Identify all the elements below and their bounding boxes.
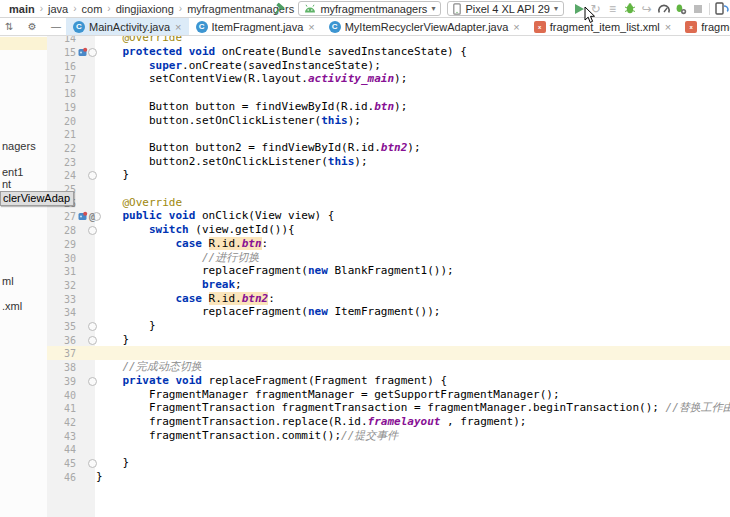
- line-number[interactable]: 16: [47, 61, 76, 72]
- line-number[interactable]: 31: [47, 266, 76, 277]
- code-line[interactable]: replaceFragment(new BlankFragment1());: [96, 264, 454, 278]
- override-method-icon[interactable]: [78, 211, 88, 221]
- line-number[interactable]: 46: [47, 472, 76, 483]
- code-line[interactable]: protected void onCreate(Bundle savedInst…: [96, 45, 467, 59]
- code-line[interactable]: fragmentTransaction.commit();//提交事件: [96, 429, 398, 443]
- line-number[interactable]: 27: [47, 211, 76, 222]
- code-line[interactable]: }: [96, 456, 129, 470]
- attach-debugger-icon[interactable]: ↪: [638, 1, 655, 17]
- code-line[interactable]: }: [96, 168, 129, 182]
- close-icon[interactable]: ×: [308, 21, 314, 33]
- code-line[interactable]: switch (view.getId()){: [96, 223, 295, 237]
- line-number[interactable]: 39: [47, 376, 76, 387]
- stop-icon[interactable]: [689, 1, 706, 17]
- line-number[interactable]: 33: [47, 294, 76, 305]
- profile-or-debug-apk-icon[interactable]: [672, 1, 689, 17]
- breadcrumb-item-dingjiaxiong[interactable]: dingjiaxiong: [116, 3, 174, 15]
- device-manager-icon[interactable]: [713, 1, 730, 17]
- line-number[interactable]: 36: [47, 335, 76, 346]
- code-editor[interactable]: 14 @Override15 protected void onCreate(B…: [47, 36, 730, 517]
- code-line[interactable]: @Override: [96, 196, 182, 210]
- tab-MainActivity.java[interactable]: CMainActivity.java×: [66, 18, 189, 35]
- line-number[interactable]: 45: [47, 458, 76, 469]
- code-line[interactable]: Button button = findViewById(R.id.btn);: [96, 100, 407, 114]
- tab-ItemFragment.java[interactable]: CItemFragment.java×: [189, 18, 322, 35]
- code-line[interactable]: replaceFragment(new ItemFragment());: [96, 305, 440, 319]
- line-number[interactable]: 32: [47, 280, 76, 291]
- line-number[interactable]: 21: [47, 129, 76, 140]
- tab-MyItemRecyclerViewAdapter.java[interactable]: CMyItemRecyclerViewAdapter.java×: [322, 18, 527, 35]
- breadcrumb-item-com[interactable]: com: [82, 3, 103, 15]
- hide-panel-icon[interactable]: —: [51, 21, 61, 32]
- code-line[interactable]: super.onCreate(savedInstanceState);: [96, 59, 381, 73]
- fold-marker-icon[interactable]: [88, 48, 97, 57]
- line-number[interactable]: 20: [47, 116, 76, 127]
- breadcrumb-item-main[interactable]: main: [9, 3, 35, 15]
- code-line[interactable]: fragmentTransaction.replace(R.id.framela…: [96, 415, 526, 429]
- close-icon[interactable]: ×: [665, 21, 671, 33]
- code-line[interactable]: FragmentManager fragmentManager = getSup…: [96, 388, 560, 402]
- annotation-icon[interactable]: @: [89, 211, 95, 222]
- override-method-icon[interactable]: [78, 47, 88, 57]
- line-number[interactable]: 22: [47, 143, 76, 154]
- code-line[interactable]: setContentView(R.layout.activity_main);: [96, 72, 407, 86]
- close-icon[interactable]: ×: [175, 21, 181, 33]
- code-line[interactable]: private void replaceFragment(Fragment fr…: [96, 374, 447, 388]
- line-number[interactable]: 24: [47, 170, 76, 181]
- sort-icon[interactable]: ⇅: [5, 21, 13, 32]
- line-number[interactable]: 29: [47, 239, 76, 250]
- project-tree-item[interactable]: nagers: [2, 140, 36, 152]
- fold-marker-icon[interactable]: [88, 322, 97, 331]
- line-number[interactable]: 44: [47, 444, 76, 455]
- fold-marker-icon[interactable]: [88, 377, 97, 386]
- code-line[interactable]: case R.id.btn2:: [96, 292, 275, 306]
- code-line[interactable]: break;: [96, 278, 242, 292]
- line-number[interactable]: 34: [47, 307, 76, 318]
- run-configuration-dropdown[interactable]: myfragmentmanagers ▾: [298, 1, 441, 16]
- code-line[interactable]: }: [96, 470, 103, 484]
- project-tree-item[interactable]: nt: [2, 178, 11, 190]
- line-number[interactable]: 18: [47, 88, 76, 99]
- line-number[interactable]: 28: [47, 225, 76, 236]
- fold-marker-icon[interactable]: [88, 336, 97, 345]
- line-number[interactable]: 17: [47, 74, 76, 85]
- code-line[interactable]: }: [96, 319, 156, 333]
- line-number[interactable]: 40: [47, 390, 76, 401]
- code-line[interactable]: //完成动态切换: [96, 360, 202, 374]
- tab-fragment_blank1.xml[interactable]: xfragment_blank1.xml×: [678, 18, 730, 35]
- code-line[interactable]: //进行切换: [96, 251, 259, 265]
- profiler-icon[interactable]: [655, 1, 672, 17]
- line-number[interactable]: 30: [47, 253, 76, 264]
- code-line[interactable]: button.setOnClickListener(this);: [96, 114, 361, 128]
- line-number[interactable]: 35: [47, 321, 76, 332]
- project-tree-item[interactable]: ml: [2, 275, 14, 287]
- breadcrumb-item-java[interactable]: java: [48, 3, 68, 15]
- line-number[interactable]: 38: [47, 362, 76, 373]
- line-number[interactable]: 37: [47, 348, 76, 359]
- line-number[interactable]: 14: [47, 36, 76, 44]
- code-line[interactable]: @Override: [96, 36, 182, 45]
- debug-icon[interactable]: [621, 1, 638, 17]
- code-line[interactable]: button2.setOnClickListener(this);: [96, 155, 368, 169]
- project-panel[interactable]: nagersent1ntclerViewAdapml.xml: [0, 36, 47, 517]
- line-number[interactable]: 43: [47, 431, 76, 442]
- line-number[interactable]: 41: [47, 403, 76, 414]
- fold-marker-icon[interactable]: [88, 459, 97, 468]
- line-number[interactable]: 15: [47, 47, 76, 58]
- close-icon[interactable]: ×: [513, 21, 519, 33]
- code-line[interactable]: public void onClick(View view) {: [96, 209, 334, 223]
- gear-icon[interactable]: ⚙: [28, 21, 37, 32]
- project-tree-item[interactable]: .xml: [2, 300, 22, 312]
- line-number[interactable]: 23: [47, 157, 76, 168]
- code-line[interactable]: Button button2 = findViewById(R.id.btn2)…: [96, 141, 421, 155]
- project-tree-item[interactable]: ent1: [2, 166, 23, 178]
- project-tree-item[interactable]: clerViewAdap: [0, 191, 74, 206]
- code-line[interactable]: case R.id.btn:: [96, 237, 268, 251]
- apply-code-changes-icon[interactable]: ≡: [604, 1, 621, 17]
- device-dropdown[interactable]: Pixel 4 XL API 29 ▾: [447, 1, 564, 16]
- code-line[interactable]: }: [96, 333, 129, 347]
- tab-fragment_item_list.xml[interactable]: xfragment_item_list.xml×: [527, 18, 678, 35]
- line-number[interactable]: 42: [47, 417, 76, 428]
- build-hammer-icon[interactable]: [271, 1, 288, 17]
- line-number[interactable]: 19: [47, 102, 76, 113]
